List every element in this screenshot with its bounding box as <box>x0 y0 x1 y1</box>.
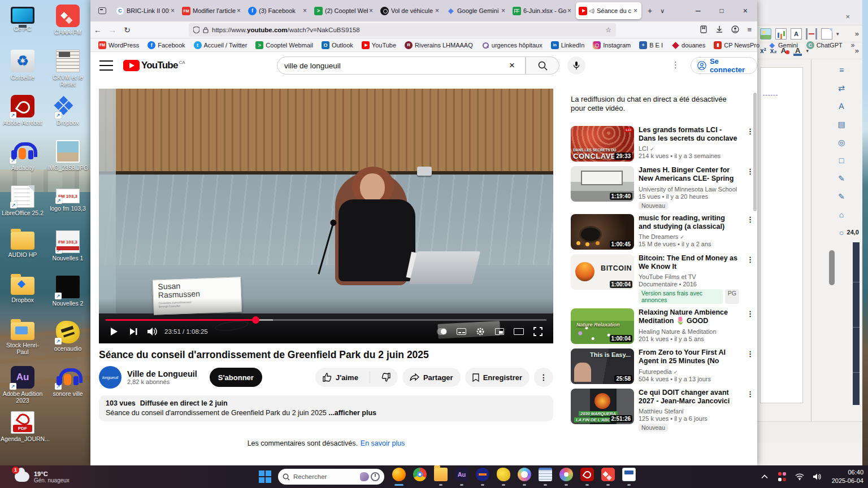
search-button[interactable] <box>526 56 559 75</box>
browser-tab[interactable]: ◆Google Gemini× <box>444 2 509 19</box>
video-title[interactable]: James H. Binger Center for New Americans… <box>639 166 739 184</box>
tab-close-icon[interactable]: × <box>302 7 308 15</box>
video-title[interactable]: Bitcoin: The End of Money as We Know It <box>639 254 739 272</box>
taskbar-app-ocenaudio[interactable] <box>497 468 510 486</box>
close-button[interactable]: × <box>734 6 757 15</box>
video-thumbnail[interactable]: Nature Relaxation1:00:04 <box>571 308 634 344</box>
video-thumbnail[interactable]: 1:00:45 <box>571 214 634 250</box>
taskbar-app-anydesk[interactable] <box>601 468 615 486</box>
desktop-icon[interactable]: IMG_2358.JPG <box>46 138 90 183</box>
downloads-icon[interactable] <box>715 25 723 33</box>
suggested-video[interactable]: 1:00:45music for reading, writing and st… <box>571 214 754 250</box>
gallery-icon[interactable]: ▤ <box>835 118 848 130</box>
desktop-icon[interactable]: Dropbox <box>1 273 45 319</box>
like-button[interactable]: J'aime <box>315 368 366 387</box>
dislike-button[interactable] <box>374 368 398 387</box>
taskbar-app-paint[interactable] <box>559 468 573 486</box>
header-kebab-icon[interactable]: ⋮ <box>671 60 680 70</box>
close-icon[interactable]: × <box>845 12 850 21</box>
libreoffice-window[interactable]: × A ▾ » x² x₂ A A ▾ » ≡⇄A▤◎□✎✎⌂○ 24,0 <box>756 0 862 465</box>
page-icon[interactable]: □ <box>835 154 848 167</box>
suggested-video[interactable]: BITCOIN1:00:04Bitcoin: The End of Money … <box>571 254 754 304</box>
video-player[interactable]: SusanRasmussen Conseillère d'arrondissem… <box>99 89 553 343</box>
miniplayer-icon[interactable] <box>490 324 509 339</box>
taskbar-app-copilot[interactable] <box>518 468 531 486</box>
dropdown-arrow-icon[interactable]: ▾ <box>836 31 839 37</box>
desktop-icon[interactable]: Au↗Adobe Audition 2023 <box>1 364 45 409</box>
tab-close-icon[interactable]: × <box>434 7 440 15</box>
desktop-icon[interactable]: ↗ocenaudio <box>46 319 90 364</box>
manage-changes-icon[interactable]: ✎ <box>835 190 848 203</box>
desktop-icon[interactable]: Stock Henri-Paul <box>1 319 45 364</box>
video-title[interactable]: Relaxing Nature Ambience Meditation 🌷 GO… <box>639 308 739 326</box>
tab-close-icon[interactable]: × <box>566 7 572 15</box>
find-icon[interactable]: ○ <box>835 226 848 239</box>
bookmark-item[interactable]: CChatGPT <box>806 41 843 49</box>
channel-name[interactable]: Ville de Longueuil <box>127 369 197 378</box>
desktop-icon[interactable]: CKVM et le Reflet <box>46 47 90 93</box>
taskbar-app-libre[interactable] <box>622 468 636 486</box>
taskbar-app-chrome[interactable] <box>413 468 427 486</box>
suggested-video[interactable]: Nature Relaxation1:00:04Relaxing Nature … <box>571 308 754 344</box>
more-actions-button[interactable]: ⋮ <box>534 368 553 387</box>
bookmark-item[interactable]: >Cooptel Webmail <box>255 41 313 49</box>
desktop-icon[interactable]: CHAA-FM <box>46 2 90 47</box>
channel-avatar[interactable]: longueuil <box>99 366 121 389</box>
video-title[interactable]: music for reading, writing and studying … <box>639 214 739 232</box>
accessibility-check-icon[interactable]: ⌂ <box>835 208 848 221</box>
video-title[interactable]: Ce qui DOIT changer avant 2027 - Jean-Ma… <box>639 389 739 406</box>
video-title[interactable]: From Zero to Your First AI Agent in 25 M… <box>639 348 739 367</box>
desktop-icon[interactable]: AUDIO HP <box>1 228 45 273</box>
autoplay-toggle[interactable] <box>432 324 452 339</box>
learn-more-link[interactable]: En savoir plus <box>361 439 405 447</box>
video-thumbnail[interactable]: 2030 MARQUERALA FIN DE L'ABOND2:51:26 <box>571 389 634 424</box>
taskbar-app-explorer[interactable] <box>434 468 448 486</box>
tray-app-icon[interactable] <box>777 472 787 482</box>
bookmark-item[interactable]: Instagram <box>593 41 631 49</box>
bookmark-item[interactable]: RRiverains LHMAAAQ <box>405 41 473 49</box>
browser-tab[interactable]: f(3) Facebook× <box>245 2 311 19</box>
video-thumbnail[interactable]: BITCOIN1:00:04 <box>571 254 634 290</box>
browser-tab[interactable]: FMModifier l'article× <box>179 2 245 19</box>
desktop-icon[interactable]: FM 103,3↗Nouvelles 1 <box>46 228 90 273</box>
desktop-icon[interactable]: ♻Corbeille <box>1 47 45 93</box>
minimize-button[interactable]: – <box>686 6 710 16</box>
scrollbar-thumb[interactable] <box>829 250 835 285</box>
desktop-icon[interactable]: ↗sonore ville <box>46 364 90 409</box>
bookmark-item[interactable]: FMWordPress <box>98 41 139 49</box>
fullscreen-icon[interactable] <box>528 324 548 339</box>
tab-close-icon[interactable]: × <box>170 7 176 15</box>
bookmark-item[interactable]: tAccueil / Twitter <box>194 41 248 49</box>
document-page[interactable] <box>760 67 803 403</box>
video-title[interactable]: Les grands formats LCI - Dans les secret… <box>639 126 739 143</box>
tab-close-icon[interactable]: × <box>500 7 506 15</box>
progress-bar[interactable] <box>106 319 546 321</box>
page-scrollbar[interactable] <box>753 93 757 454</box>
youtube-logo[interactable]: YouTube CA <box>123 60 185 71</box>
next-button[interactable] <box>124 324 143 339</box>
wifi-icon[interactable] <box>795 472 805 482</box>
firefox-view-icon[interactable] <box>95 3 110 18</box>
desktop-icon[interactable]: PDFAgenda_JOURN... <box>1 409 45 454</box>
bookmark-item[interactable]: ◆Gemini <box>768 41 798 49</box>
back-button[interactable]: ← <box>90 25 105 34</box>
signin-button[interactable]: Se connecter <box>691 57 757 74</box>
maximize-button[interactable]: □ <box>710 7 734 15</box>
desktop-icon[interactable]: ↗Nouvelles 2 <box>46 273 90 319</box>
share-button[interactable]: Partager <box>402 368 461 387</box>
navigator-icon[interactable]: ◎ <box>835 136 848 149</box>
bookmark-item[interactable]: urgences hôpitaux <box>481 41 542 49</box>
insert-chart-icon[interactable] <box>775 28 787 40</box>
bookmark-item[interactable]: ▮CP NewsPro <box>714 41 760 49</box>
desktop-icon[interactable]: ↗Audacity <box>1 138 45 183</box>
clear-search-icon[interactable]: × <box>506 60 518 71</box>
url-bar[interactable]: https://www.youtube.com/watch?v=NakCuBS9… <box>189 23 616 37</box>
tray-chevron-up-icon[interactable] <box>760 472 770 482</box>
voice-search-button[interactable] <box>567 56 585 75</box>
browser-tab[interactable]: 6-Juin.xlsx - Goo× <box>510 2 575 19</box>
desktop-icon[interactable]: ↗Adobe Acrobat <box>1 93 45 138</box>
bookmarks-overflow-icon[interactable]: » <box>851 41 863 49</box>
taskbar-app-firefox[interactable] <box>392 468 406 486</box>
taskbar-search[interactable]: Rechercher <box>278 469 384 485</box>
subtitles-icon[interactable] <box>452 324 471 339</box>
